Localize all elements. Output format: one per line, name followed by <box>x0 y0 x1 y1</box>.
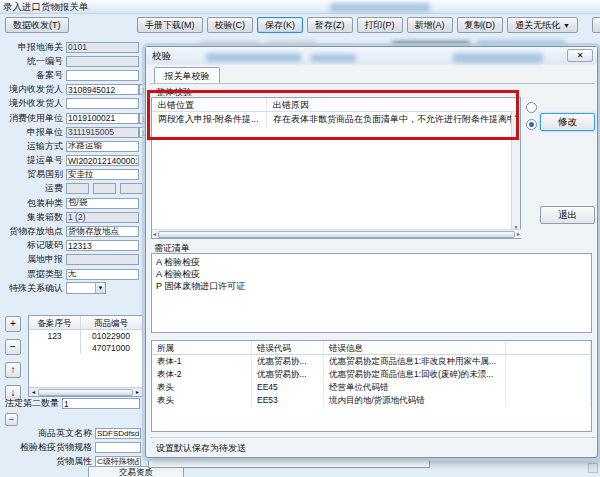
cell-goods-code: 47071000 <box>81 342 141 354</box>
save-button[interactable]: 保存(K) <box>257 17 303 33</box>
goods-table: 备案序号 商品编号 123 01022900 47071000 ◄ ► <box>28 315 143 397</box>
declaration-form: 申报地海关 统一编号 备案号 境内收发货人 1 境外收发货人 消费使用单位 1 … <box>0 40 152 295</box>
customs-district-input[interactable] <box>66 42 139 53</box>
remove-row-button[interactable]: − <box>5 339 21 355</box>
move-up-button[interactable]: ↑ <box>5 362 21 378</box>
search-button[interactable]: 查找(Q) <box>592 17 600 33</box>
overseas-consignor-input[interactable] <box>66 98 139 109</box>
freight-input-2[interactable] <box>93 183 116 194</box>
table-row[interactable]: 表头 EE53 境内目的地/货源地代码错 <box>152 394 591 407</box>
table-row[interactable]: 表体-1 优惠贸易协... 优惠贸易协定商品信息1:非改良种用家牛属... <box>152 355 591 368</box>
table-row[interactable]: 47071000 <box>29 342 142 354</box>
scroll-up-icon[interactable]: ▲ <box>514 112 519 118</box>
dialog-title: 校验 <box>152 50 171 61</box>
field-label: 标记唛码 <box>0 239 66 252</box>
temp-save-button[interactable]: 暂存(Z) <box>307 17 353 33</box>
column-header: 所属 <box>152 341 252 354</box>
h-scrollbar[interactable]: ◄ ► <box>152 229 521 238</box>
footer-divider <box>150 437 595 438</box>
legal-second-qty-input[interactable] <box>62 398 140 409</box>
field-label: 商品英文名称 <box>0 427 95 440</box>
freight-input-1[interactable] <box>66 183 89 194</box>
bottom-extra-input[interactable] <box>148 459 430 468</box>
unified-number-input[interactable] <box>66 56 139 67</box>
table-row[interactable]: 123 01022900 <box>29 330 142 342</box>
h-scrollbar[interactable]: ◄ ► <box>29 387 142 396</box>
special-relation-select[interactable]: ▼ <box>66 282 106 294</box>
scrollbar-thumb[interactable] <box>38 389 133 396</box>
copy-button[interactable]: 复制(D) <box>457 17 504 33</box>
cert-list: A 检验检疫 A 检验检疫 P 固体废物进口许可证 <box>151 253 592 333</box>
chevron-down-icon[interactable]: ▼ <box>95 283 105 293</box>
english-name-input[interactable] <box>95 428 141 439</box>
field-label: 申报地海关 <box>0 41 66 54</box>
cell-record-seq: 123 <box>29 330 81 342</box>
bill-number-input[interactable] <box>66 155 139 166</box>
cert-list-item[interactable]: A 检验检疫 <box>156 268 587 280</box>
cert-list-item[interactable]: P 固体废物进口许可证 <box>156 280 587 292</box>
declaring-unit-input[interactable] <box>66 127 139 138</box>
new-button[interactable]: 新增(A) <box>407 17 453 33</box>
add-row-button[interactable]: + <box>5 316 21 332</box>
form-row: 特殊关系确认 ▼ <box>0 281 152 295</box>
column-header: 出错原因 <box>267 98 520 111</box>
goods-table-header: 备案序号 商品编号 <box>29 316 142 330</box>
field-label: 包装种类 <box>0 197 66 210</box>
cell-record-seq <box>29 342 81 354</box>
quarantine-spec-input[interactable] <box>95 442 141 453</box>
field-label: 备案号 <box>0 69 66 82</box>
scrollbar-thumb[interactable] <box>158 231 515 238</box>
close-icon[interactable]: ✕ <box>567 49 593 62</box>
packing-type-input[interactable] <box>66 198 139 209</box>
table-row[interactable]: 两段准入申报-附条件提... 存在表体非散货商品在负面清单中，不允许进行附条件提… <box>152 112 520 127</box>
validate-button[interactable]: 校验(C) <box>207 17 254 33</box>
cell-belongs: 表体-2 <box>152 368 252 381</box>
v-scrollbar[interactable]: ▲ ▼ <box>511 112 520 230</box>
print-button[interactable]: 打印(P) <box>357 17 403 33</box>
resize-corner[interactable] <box>588 463 598 473</box>
cert-list-item[interactable]: A 检验检疫 <box>156 256 587 268</box>
collapse-button[interactable]: − <box>5 413 18 426</box>
domestic-consignee-input[interactable] <box>66 84 139 95</box>
local-declaration-input[interactable] <box>66 254 139 265</box>
transport-mode-input[interactable] <box>66 141 139 152</box>
storage-location-input[interactable] <box>66 226 139 237</box>
paperless-dropdown-button[interactable]: 通关无纸化▼ <box>507 17 578 33</box>
marks-number-input[interactable] <box>66 240 139 251</box>
field-label: 法定第二数量 <box>0 397 62 410</box>
document-type-input[interactable] <box>66 269 139 280</box>
table-row[interactable]: 表头 EE45 经营单位代码错 <box>152 381 591 394</box>
field-label: 运费 <box>0 182 66 195</box>
form-row: 提运单号 <box>0 154 152 168</box>
form-row: 统一编号 <box>0 54 152 68</box>
scroll-left-icon[interactable]: ◄ <box>152 231 157 237</box>
scroll-left-icon[interactable]: ◄ <box>29 389 38 395</box>
form-row: 贸易国别 <box>0 168 152 182</box>
cell-error-message: 经营单位代码错 <box>324 381 506 394</box>
radio-option-2[interactable] <box>526 119 537 130</box>
modify-button[interactable]: 修改 <box>540 113 595 131</box>
table-row[interactable]: 表体-2 优惠贸易协... 优惠贸易协定商品信息1:回收(废碎)的未漂... <box>152 368 591 381</box>
column-header: 出错位置 <box>152 98 267 111</box>
trade-country-input[interactable] <box>66 169 139 180</box>
scroll-right-icon[interactable]: ► <box>516 231 521 237</box>
record-number-input[interactable] <box>66 70 139 81</box>
manual-download-button[interactable]: 手册下载(M) <box>137 17 203 33</box>
validation-dialog: 校验 ✕ 报关单校验 整体校验 出错位置 出错原因 两段准入申报-附条件提...… <box>145 46 598 458</box>
consumer-unit-input[interactable] <box>66 113 139 124</box>
scroll-right-icon[interactable]: ► <box>133 389 142 395</box>
data-send-button[interactable]: 数据收发(T) <box>5 17 69 33</box>
tab-declaration-check[interactable]: 报关单校验 <box>154 67 220 83</box>
form-row: 申报地海关 <box>0 40 152 54</box>
form-row: 境外收发货人 <box>0 97 152 111</box>
radio-option-1[interactable] <box>526 102 537 113</box>
freight-input-3[interactable] <box>120 183 143 194</box>
cell-error-code: EE53 <box>252 394 324 407</box>
form-row: 法定第二数量 <box>0 397 140 410</box>
container-count-input[interactable] <box>66 212 139 223</box>
cell-error-message: 优惠贸易协定商品信息1:回收(废碎)的未漂... <box>324 368 506 381</box>
field-label: 境内收发货人 <box>0 83 66 96</box>
dialog-exit-button[interactable]: 退出 <box>540 206 595 224</box>
error-list-header: 出错位置 出错原因 <box>152 98 520 112</box>
form-row: 境内收发货人 1 <box>0 83 152 97</box>
